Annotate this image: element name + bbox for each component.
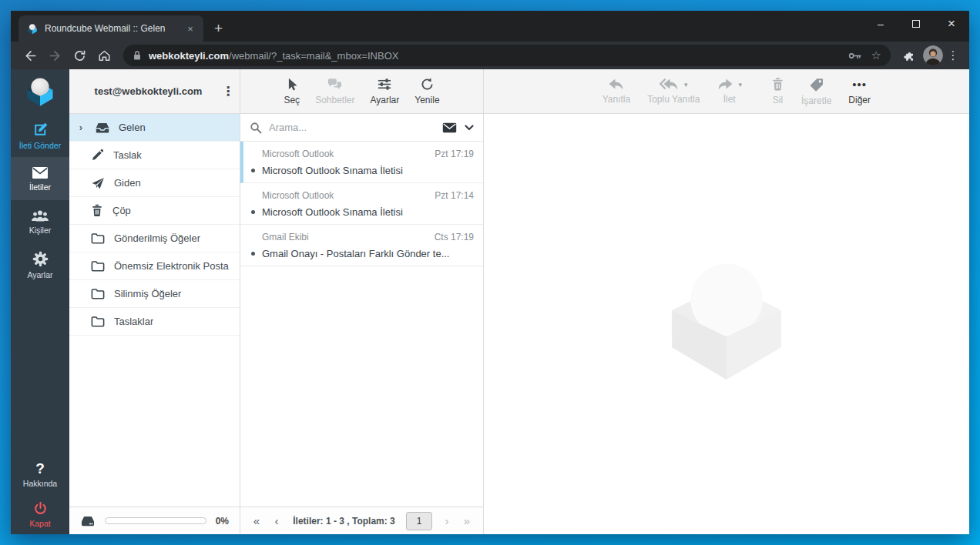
sidebar-item-about[interactable]: ? Hakkında xyxy=(11,454,69,494)
pencil-icon xyxy=(91,149,104,162)
message-subject: Microsoft Outlook Sınama İletisi xyxy=(262,206,474,218)
message-row[interactable]: Microsoft Outlook Pzt 17:19 Microsoft Ou… xyxy=(240,142,483,183)
forward-button[interactable] xyxy=(43,45,66,66)
browser-navbar: webkokteyli.com/webmail/?_task=mail&_mbo… xyxy=(11,42,969,69)
home-icon xyxy=(98,49,111,62)
sidebar-item-label: Hakkında xyxy=(23,479,57,488)
minimize-button[interactable]: – xyxy=(863,11,898,37)
cursor-icon xyxy=(284,77,299,92)
more-dots-icon: ••• xyxy=(852,77,867,92)
power-icon xyxy=(33,501,48,516)
favicon-roundcube-icon xyxy=(26,23,39,35)
folder-item-inbox[interactable]: › Gelen xyxy=(69,114,240,142)
folder-icon xyxy=(91,260,105,272)
mark-button[interactable]: İşaretle xyxy=(801,77,831,106)
more-actions-button[interactable]: ••• Diğer xyxy=(848,77,871,105)
roundcube-logo xyxy=(11,69,69,114)
sidebar-item-label: İletiler xyxy=(29,182,51,192)
forward-caret-icon[interactable]: ▾ xyxy=(738,81,742,89)
expand-chevron-icon[interactable]: › xyxy=(76,122,86,133)
folder-item-drafts2[interactable]: Taslaklar xyxy=(69,308,240,336)
first-page-button[interactable]: « xyxy=(247,514,267,527)
message-sender: Microsoft Outlook xyxy=(262,149,428,159)
mail-view-panel: Yanıtla ▾ Toplu Yanıtla xyxy=(484,69,969,534)
sidebar-item-mail[interactable]: İletiler xyxy=(11,157,69,200)
bookmark-star-icon[interactable]: ☆ xyxy=(871,48,881,62)
quota-percent: 0% xyxy=(216,516,229,527)
tab-close-icon[interactable]: × xyxy=(183,22,197,35)
list-options-button[interactable]: Ayarlar xyxy=(371,77,400,105)
delete-button[interactable]: Sil xyxy=(771,77,784,105)
storage-icon xyxy=(80,515,96,527)
folder-item-drafts[interactable]: Taslak xyxy=(69,142,240,169)
home-button[interactable] xyxy=(92,45,116,66)
toolbar-label: Diğer xyxy=(848,95,871,105)
sidebar-item-settings[interactable]: Ayarlar xyxy=(11,243,69,286)
pagination-label: İletiler: 1 - 3 , Toplam: 3 xyxy=(287,516,401,527)
search-input[interactable] xyxy=(269,122,435,133)
folder-item-sent[interactable]: Giden xyxy=(69,169,240,197)
roundcube-app: İleti Gönder İletiler Kişiler xyxy=(11,69,969,534)
envelope-icon xyxy=(32,166,49,179)
lock-icon xyxy=(133,50,142,61)
sidebar-item-logout[interactable]: Kapat xyxy=(11,494,69,534)
trash-icon xyxy=(91,204,103,217)
sidebar-item-label: Ayarlar xyxy=(27,270,52,279)
back-button[interactable] xyxy=(18,45,42,66)
threads-button[interactable]: Sohbetler xyxy=(315,77,354,105)
refresh-icon xyxy=(420,77,435,92)
address-bar[interactable]: webkokteyli.com/webmail/?_task=mail&_mbo… xyxy=(123,45,891,66)
refresh-button[interactable]: Yenile xyxy=(414,77,439,105)
sidebar-item-compose[interactable]: İleti Gönder xyxy=(11,114,69,157)
extensions-button[interactable] xyxy=(898,45,921,66)
folder-label: Önemsiz Elektronik Posta xyxy=(114,260,229,272)
message-date: Cts 17:19 xyxy=(435,232,474,242)
reload-button[interactable] xyxy=(68,45,91,66)
folder-label: Gelen xyxy=(119,122,146,133)
reply-button[interactable]: Yanıtla xyxy=(602,78,630,105)
browser-tab[interactable]: Roundcube Webmail :: Gelen × xyxy=(18,15,203,42)
forward-mail-button[interactable]: ▾ İlet xyxy=(717,78,742,105)
message-date: Pzt 17:19 xyxy=(435,149,474,159)
message-row[interactable]: Microsoft Outlook Pzt 17:14 Microsoft Ou… xyxy=(240,183,483,225)
back-icon xyxy=(24,49,37,62)
page-number-input[interactable]: 1 xyxy=(406,512,432,530)
select-button[interactable]: Seç xyxy=(284,77,300,105)
reply-all-button[interactable]: ▾ Toplu Yanıtla xyxy=(647,78,700,105)
search-scope[interactable] xyxy=(442,122,474,133)
toolbar-label: Ayarlar xyxy=(371,95,400,105)
tab-title: Roundcube Webmail :: Gelen xyxy=(45,23,177,34)
unread-dot[interactable] xyxy=(251,252,255,256)
avatar-photo xyxy=(923,45,943,65)
folder-item-junk[interactable]: Önemsiz Elektronik Posta xyxy=(69,252,240,280)
password-key-icon[interactable] xyxy=(848,51,862,61)
prev-page-button[interactable]: ‹ xyxy=(267,514,287,527)
profile-avatar[interactable] xyxy=(923,45,943,65)
browser-titlebar: Roundcube Webmail :: Gelen × + – × xyxy=(11,11,969,42)
roundcube-watermark-logo xyxy=(651,249,802,400)
unread-dot[interactable] xyxy=(251,210,255,214)
folder-options-icon[interactable]: ⋮ xyxy=(216,84,240,99)
new-tab-button[interactable]: + xyxy=(214,21,223,35)
next-page-button[interactable]: › xyxy=(437,514,457,527)
maximize-button[interactable] xyxy=(898,11,934,37)
unread-dot[interactable] xyxy=(251,169,255,172)
message-sender: Microsoft Outlook xyxy=(262,190,428,201)
close-button[interactable]: × xyxy=(934,11,969,37)
message-sender: Gmail Ekibi xyxy=(262,232,428,242)
toolbar-label: Yenile xyxy=(414,95,439,105)
folder-label: Giden xyxy=(114,177,141,189)
message-row[interactable]: Gmail Ekibi Cts 17:19 Gmail Onayı - Post… xyxy=(240,225,483,266)
url-path: /webmail/?_task=mail&_mbox=INBOX xyxy=(229,50,398,62)
gear-icon xyxy=(32,251,49,267)
folder-item-trash[interactable]: Çöp xyxy=(69,197,240,225)
browser-window: Roundcube Webmail :: Gelen × + – × xyxy=(11,11,969,534)
folder-label: Taslaklar xyxy=(114,316,153,327)
last-page-button[interactable]: » xyxy=(457,514,477,527)
account-email: test@webkokteyli.com xyxy=(69,85,216,97)
folder-item-deleted[interactable]: Silinmiş Öğeler xyxy=(69,280,240,308)
reply-all-caret-icon[interactable]: ▾ xyxy=(684,81,688,89)
browser-menu-icon[interactable]: ⋮ xyxy=(945,48,962,62)
sidebar-item-contacts[interactable]: Kişiler xyxy=(11,200,69,243)
folder-item-sent-items[interactable]: Gönderilmiş Öğeler xyxy=(69,225,240,252)
